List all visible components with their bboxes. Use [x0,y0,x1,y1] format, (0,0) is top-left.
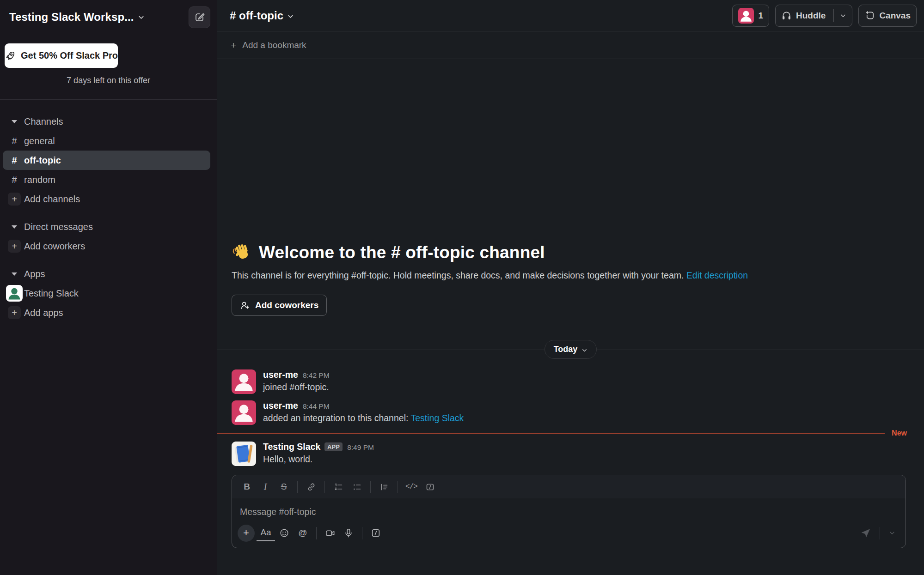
message-timestamp[interactable]: 8:44 PM [303,402,330,411]
plus-icon: + [6,240,23,253]
app-badge: APP [324,442,343,451]
sidebar-item-general[interactable]: # general [0,131,217,151]
button-divider [833,9,834,22]
hash-icon: # [6,175,23,185]
edit-description-link[interactable]: Edit description [686,270,748,280]
add-bookmark-bar[interactable]: + Add a bookmark [217,31,924,59]
message-composer: B I S [232,475,906,548]
apps-section-header[interactable]: Apps [0,264,217,284]
message-text: joined #off-topic. [263,382,330,393]
offer-days-left: 7 days left on this offer [0,76,217,85]
italic-button[interactable]: I [256,479,275,495]
message-text: Hello, world. [263,454,374,465]
plus-icon: + [6,306,23,319]
huddle-label[interactable]: Huddle [796,11,826,21]
channel-description: This channel is for everything #off-topi… [232,270,910,281]
send-icon[interactable] [856,525,875,541]
message-row[interactable]: Testing Slack APP 8:49 PM Hello, world. [217,438,924,469]
code-block-button[interactable] [421,479,439,495]
wave-emoji [232,242,253,263]
channel-name: random [24,175,55,185]
sidebar-item-random[interactable]: # random [0,170,217,189]
date-label: Today [554,345,578,354]
pro-button-label: Get 50% Off Slack Pro [21,50,118,61]
attach-button[interactable]: + [238,525,255,542]
message-timestamp[interactable]: 8:42 PM [303,371,330,380]
strikethrough-button[interactable]: S [275,479,293,495]
member-avatar [738,8,754,24]
new-divider-line [217,433,885,434]
message-input[interactable]: Message #off-topic [232,498,906,522]
welcome-block: Welcome to the # off-topic channel This … [217,242,924,281]
bulleted-list-button[interactable] [348,479,366,495]
message-author[interactable]: user-me [263,369,298,380]
sidebar-nav: Channels # general # off-topic # random … [0,100,217,322]
message-author[interactable]: Testing Slack [263,442,320,452]
text-format-toggle[interactable]: Aa [257,525,275,541]
slack-app-window: Testing Slack Worksp... [0,0,924,575]
add-channels-label: Add channels [24,194,80,205]
message-row[interactable]: user-me 8:42 PM joined #off-topic. [217,366,924,397]
chat-pane: Welcome to the # off-topic channel This … [217,59,924,575]
dm-header-label: Direct messages [24,222,93,232]
canvas-button[interactable]: Canvas [858,5,917,27]
app-avatar [6,285,23,302]
rocket-icon [5,50,16,61]
sidebar-item-testing-slack-app[interactable]: Testing Slack [0,284,217,303]
shortcuts-button[interactable] [367,525,385,541]
add-apps-button[interactable]: + Add apps [0,303,217,322]
date-pill-button[interactable]: Today [545,340,597,359]
message-text: added an integration to this channel: Te… [263,413,464,424]
blockquote-button[interactable] [375,479,393,495]
channel-title-text: # off-topic [230,9,283,22]
message-row[interactable]: user-me 8:44 PM added an integration to … [217,397,924,428]
add-channels-button[interactable]: + Add channels [0,189,217,209]
add-coworkers-button-label: Add coworkers [255,300,318,310]
add-coworkers-button-sidebar[interactable]: + Add coworkers [0,236,217,256]
code-button[interactable]: </> [402,479,421,495]
headphones-icon[interactable] [781,10,792,21]
channel-title-button[interactable]: # off-topic [230,9,294,22]
avatar[interactable] [232,400,256,425]
mention-button[interactable]: @ [294,525,312,541]
add-coworkers-button[interactable]: Add coworkers [232,295,327,316]
message-author[interactable]: user-me [263,400,298,411]
workspace-name[interactable]: Testing Slack Worksp... [9,11,134,24]
channel-name: off-topic [24,155,61,166]
integration-link[interactable]: Testing Slack [410,413,464,423]
workspace-header: Testing Slack Worksp... [0,0,217,34]
add-coworkers-label: Add coworkers [24,241,85,252]
new-message-button[interactable] [189,6,210,28]
app-avatar[interactable] [232,442,256,466]
triangle-down-icon [6,225,23,229]
video-button[interactable] [321,525,339,541]
add-bookmark-label: Add a bookmark [242,40,306,50]
member-count-button[interactable]: 1 [732,5,769,27]
bold-button[interactable]: B [238,479,256,495]
emoji-button[interactable] [275,525,294,541]
plus-icon: + [6,193,23,206]
sidebar-item-off-topic[interactable]: # off-topic [3,151,210,170]
chevron-down-icon [138,14,145,21]
audio-button[interactable] [339,525,358,541]
person-plus-icon [240,300,250,310]
send-options-chevron[interactable] [884,525,900,541]
sidebar: Testing Slack Worksp... [0,0,217,575]
ordered-list-button[interactable] [329,479,348,495]
toolbar-divider [297,481,298,493]
huddle-chevron-button[interactable] [840,12,846,19]
channels-section-header[interactable]: Channels [0,112,217,131]
dm-section-header[interactable]: Direct messages [0,217,217,236]
triangle-down-icon [6,272,23,276]
triangle-down-icon [6,120,23,123]
slack-pro-offer-button[interactable]: Get 50% Off Slack Pro [5,43,118,68]
sidebar-top-section: Testing Slack Worksp... [0,0,217,100]
toolbar-divider [880,527,880,539]
channel-header: # off-topic 1 [217,0,924,31]
welcome-heading: Welcome to the # off-topic channel [232,242,910,263]
formatting-toolbar: B I S [232,475,906,498]
avatar[interactable] [232,369,256,394]
message-timestamp[interactable]: 8:49 PM [347,443,374,452]
link-button[interactable] [302,479,320,495]
pencil-square-icon [194,12,205,23]
